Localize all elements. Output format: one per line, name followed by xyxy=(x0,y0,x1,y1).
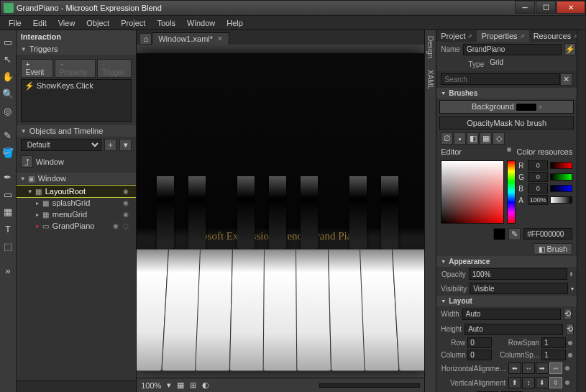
g-input[interactable] xyxy=(528,172,548,182)
trigger-item[interactable]: ⚡ ShowKeys.Click xyxy=(24,81,129,91)
menu-object[interactable]: Object xyxy=(81,17,115,29)
triggers-header[interactable]: Triggers xyxy=(17,43,137,55)
resource-brush-button[interactable]: ◇ xyxy=(493,132,505,145)
brush-background[interactable]: Background ▫ xyxy=(439,100,574,114)
layout-category[interactable]: Layout xyxy=(436,296,577,306)
tree-row[interactable]: ▸▦menuGrid◉ xyxy=(17,209,137,220)
tree-row[interactable]: ▸▦splashGrid◉ xyxy=(17,197,137,209)
canvas[interactable]: rosoft Expression Blend: Grand Piano xyxy=(137,45,424,378)
events-button[interactable]: ⚡ xyxy=(564,43,576,55)
height-input[interactable] xyxy=(464,324,563,335)
pen-tool[interactable]: ✒ xyxy=(1,170,15,184)
rowspan-input[interactable] xyxy=(541,337,566,348)
brush-tool[interactable]: ✎ xyxy=(1,128,15,142)
valign-center[interactable]: ↕ xyxy=(522,377,535,388)
visibility-toggle[interactable]: ◉ xyxy=(123,211,133,218)
name-field[interactable] xyxy=(463,44,562,55)
valign-stretch[interactable]: ⇳ xyxy=(549,377,562,388)
storyboard-menu-button[interactable]: ▾ xyxy=(119,139,132,151)
search-input[interactable] xyxy=(441,73,560,85)
halign-left[interactable]: ⬅ xyxy=(508,363,521,374)
a-slider[interactable] xyxy=(550,196,572,204)
pan-tool[interactable]: ✋ xyxy=(1,69,15,83)
remove-trigger-button[interactable]: - Trigger xyxy=(97,59,132,78)
tab-project[interactable]: Project⇗ xyxy=(436,30,477,42)
valign-top[interactable]: ⬆ xyxy=(508,377,521,388)
opacity-input[interactable] xyxy=(469,268,567,280)
tab-properties[interactable]: Properties⇗ xyxy=(477,30,528,42)
g-slider[interactable] xyxy=(550,173,572,181)
height-auto-button[interactable]: ⟲ xyxy=(566,323,574,335)
tree-row[interactable]: ▼▣Window xyxy=(17,173,137,184)
halign-right[interactable]: ➡ xyxy=(536,363,549,374)
colspan-input[interactable] xyxy=(541,350,566,360)
grid-icon[interactable]: ▦ xyxy=(177,380,184,390)
lock-icon[interactable]: ◌ xyxy=(123,222,133,229)
gradient-brush-button[interactable]: ◧ xyxy=(467,132,479,145)
menu-edit[interactable]: Edit xyxy=(27,17,52,29)
width-input[interactable] xyxy=(462,309,561,320)
add-property-button[interactable]: + Property xyxy=(55,59,96,78)
direct-selection-tool[interactable]: ↖ xyxy=(1,52,15,66)
visibility-toggle[interactable]: ◉ xyxy=(123,188,133,195)
asset-tool[interactable]: » xyxy=(1,263,15,278)
appearance-category[interactable]: Appearance xyxy=(436,256,577,267)
add-event-button[interactable]: + Event xyxy=(21,59,53,78)
r-input[interactable] xyxy=(528,160,548,170)
menu-window[interactable]: Window xyxy=(181,17,221,29)
r-slider[interactable] xyxy=(550,162,572,169)
close-tab-icon[interactable]: ✕ xyxy=(217,35,223,42)
maximize-button[interactable]: ☐ xyxy=(536,1,556,14)
tab-home-button[interactable]: ⌂ xyxy=(139,33,152,45)
clear-search-button[interactable]: ✕ xyxy=(560,73,572,86)
close-button[interactable]: ✕ xyxy=(557,1,585,14)
effects-icon[interactable]: ◐ xyxy=(202,380,209,390)
no-brush-button[interactable]: ∅ xyxy=(441,132,453,145)
tile-brush-button[interactable]: ▦ xyxy=(480,132,492,145)
menu-view[interactable]: View xyxy=(52,17,81,29)
eyedropper-icon[interactable]: ✎ xyxy=(508,228,521,240)
hex-input[interactable] xyxy=(523,228,572,240)
visibility-select[interactable] xyxy=(470,283,568,294)
visibility-toggle[interactable]: ◉ xyxy=(113,222,123,229)
timeline-header[interactable]: Objects and Timeline xyxy=(17,125,137,137)
paint-bucket-tool[interactable]: 🪣 xyxy=(1,145,15,160)
menu-project[interactable]: Project xyxy=(115,17,151,29)
control-tool[interactable]: ⬚ xyxy=(1,239,15,253)
prev-color-swatch[interactable] xyxy=(493,228,505,240)
tree-row[interactable]: ▼▦LayoutRoot◉ xyxy=(17,186,137,197)
row-input[interactable] xyxy=(467,337,492,348)
design-tab[interactable]: Design xyxy=(425,30,436,64)
b-slider[interactable] xyxy=(550,185,572,192)
b-input[interactable] xyxy=(528,183,548,193)
minimize-button[interactable]: ─ xyxy=(515,1,535,14)
halign-center[interactable]: ↔ xyxy=(522,363,535,374)
halign-stretch[interactable]: ⇿ xyxy=(549,363,562,374)
text-tool[interactable]: T xyxy=(1,222,15,236)
visibility-toggle[interactable]: ◉ xyxy=(123,199,133,206)
triggers-list[interactable]: ⚡ ShowKeys.Click xyxy=(21,79,132,122)
solid-brush-button[interactable]: ▪ xyxy=(454,132,466,145)
brush-convert-button[interactable]: ◧ Brush xyxy=(534,243,573,255)
color-field[interactable] xyxy=(441,160,504,224)
snap-icon[interactable]: ⊞ xyxy=(190,380,196,390)
new-storyboard-button[interactable]: ＋ xyxy=(104,139,116,151)
tree-row[interactable]: ●▭GrandPiano◉◌ xyxy=(17,220,137,232)
zoom-tool[interactable]: 🔍 xyxy=(1,86,15,101)
rectangle-tool[interactable]: ▭ xyxy=(1,187,15,201)
brushes-category[interactable]: Brushes xyxy=(436,88,577,99)
menu-help[interactable]: Help xyxy=(221,17,249,29)
a-input[interactable] xyxy=(528,195,548,205)
column-input[interactable] xyxy=(467,350,492,360)
scroll-horiz[interactable] xyxy=(319,383,420,388)
menu-tools[interactable]: Tools xyxy=(151,17,181,29)
scope-up-button[interactable]: ⮥ xyxy=(21,155,33,168)
layout-tool[interactable]: ▦ xyxy=(1,204,15,219)
width-auto-button[interactable]: ⟲ xyxy=(564,308,572,320)
tab-resources[interactable]: Resources⇗ xyxy=(529,30,583,42)
document-tab[interactable]: Window1.xaml* ✕ xyxy=(152,32,229,45)
xaml-tab[interactable]: XAML xyxy=(425,64,436,95)
vertical-scrollbar[interactable] xyxy=(577,30,586,392)
grand-piano-control[interactable]: rosoft Expression Blend: Grand Piano xyxy=(137,53,424,370)
camera-tool[interactable]: ◎ xyxy=(1,104,15,118)
